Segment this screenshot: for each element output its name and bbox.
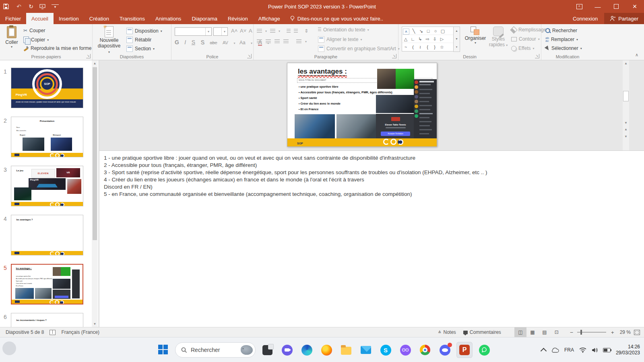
character-spacing-button[interactable]: AV xyxy=(223,40,228,45)
elbow-shape-icon[interactable]: ∟ xyxy=(409,35,417,43)
collapse-ribbon-button[interactable]: ∧ xyxy=(635,52,638,58)
copy-button[interactable]: Copier ▾ xyxy=(23,37,49,43)
paragraph-dialog-launcher[interactable]: ↘ xyxy=(392,54,396,58)
shape-outline-button[interactable]: Contour ▾ xyxy=(511,36,540,42)
language-status[interactable]: Français (France) xyxy=(61,329,99,335)
next-slide-button[interactable]: ▼ xyxy=(623,135,629,142)
select-button[interactable]: Sélectionner ▾ xyxy=(545,45,582,51)
zoom-out-button[interactable]: − xyxy=(568,329,575,335)
skype-icon[interactable]: S xyxy=(378,342,394,358)
text-direction-button[interactable]: Orientation du texte ▾ xyxy=(318,27,369,33)
previous-slide-button[interactable]: ▲ xyxy=(623,128,629,134)
restore-button[interactable] xyxy=(607,0,625,13)
align-left-icon[interactable] xyxy=(257,39,262,44)
font-name-combo[interactable]: ▾ xyxy=(175,27,212,36)
clipboard-dialog-launcher[interactable]: ↘ xyxy=(86,54,91,58)
text-shadow-button[interactable]: S xyxy=(200,39,204,45)
thumbnail-slide-3[interactable]: 3 Le jeu ELEVEN VR PingVR xyxy=(0,166,92,208)
shape-effects-button[interactable]: Effets ▾ xyxy=(511,45,534,51)
tab-transitions[interactable]: Transitions xyxy=(114,13,150,24)
cut-button[interactable]: ✂ Couper xyxy=(23,28,45,33)
thumb-scroll-down[interactable]: ▼ xyxy=(92,321,98,327)
tab-animations[interactable]: Animations xyxy=(150,13,186,24)
shapes-more-button[interactable]: ▾ xyxy=(454,43,460,51)
start-slideshow-icon[interactable] xyxy=(39,4,47,9)
numbering-icon[interactable] xyxy=(270,29,275,33)
thumbnail-slide-1[interactable]: 1 SOP PingVR JOUEZ OÙ VOUS VOULEZ, QUAND… xyxy=(0,68,92,109)
slideshow-view-button[interactable]: ⊡ xyxy=(551,327,563,337)
align-text-button[interactable]: Aligner le texte ▾ xyxy=(318,36,362,43)
justify-icon[interactable] xyxy=(283,39,289,44)
change-case-button[interactable]: Aa xyxy=(239,40,246,45)
slide-bullet[interactable]: une pratique sportive libre xyxy=(299,85,339,88)
scroll-up-button[interactable]: ▲ xyxy=(623,60,629,67)
gym-vr-photo[interactable] xyxy=(295,114,335,139)
start-button[interactable] xyxy=(155,342,171,358)
oval-shape-icon[interactable]: ○ xyxy=(432,27,439,35)
tab-insertion[interactable]: Insertion xyxy=(54,13,84,24)
file-explorer-icon[interactable] xyxy=(338,342,354,358)
widgets-button[interactable] xyxy=(2,341,16,355)
down-arrow-shape-icon[interactable]: ⇩ xyxy=(431,35,438,43)
right-arrow-shape-icon[interactable]: ⇨ xyxy=(424,35,431,43)
wheelchair-photo[interactable] xyxy=(336,114,376,139)
volume-icon[interactable] xyxy=(592,348,598,353)
wifi-icon[interactable] xyxy=(579,348,586,353)
slide-bullet[interactable]: Accessible pour tous (français, étranger… xyxy=(299,90,392,94)
section-button[interactable]: Section ▾ xyxy=(126,45,155,52)
align-center-icon[interactable] xyxy=(266,39,271,44)
rounded-rectangle-shape-icon[interactable]: ▢ xyxy=(439,27,446,35)
customize-qat-icon[interactable]: ▾ xyxy=(52,4,59,9)
slide-sorter-view-button[interactable]: ▦ xyxy=(526,327,539,337)
callout-shape-icon[interactable]: ▷ xyxy=(438,35,446,43)
whatsapp-icon[interactable] xyxy=(476,342,492,358)
smartart-button[interactable]: Convertir en graphique SmartArt ▾ xyxy=(318,45,400,52)
underline-button[interactable]: S xyxy=(192,39,195,45)
chrome-icon[interactable] xyxy=(417,342,433,358)
thumbnail-slide-4[interactable]: 4 les avantages ? xyxy=(0,215,92,257)
search-box[interactable]: Rechercher xyxy=(175,342,256,358)
mail-icon[interactable] xyxy=(358,342,374,358)
zoom-percentage[interactable]: 29 % xyxy=(617,329,634,335)
quick-styles-button[interactable]: Styles rapides ▾ xyxy=(488,27,509,48)
textbox-shape-icon[interactable]: A xyxy=(403,29,409,35)
sign-in-button[interactable]: Connexion xyxy=(566,13,604,24)
slide-bullet[interactable]: Créer du lien avec le monde xyxy=(299,102,341,105)
redo-icon[interactable]: ↻ xyxy=(27,3,35,10)
thumb-scroll-up[interactable]: ▲ xyxy=(92,60,98,66)
notes-toggle-button[interactable]: ≜ Notes xyxy=(434,327,460,337)
right-brace-shape-icon[interactable]: } xyxy=(431,43,438,51)
elbow-arrow-shape-icon[interactable]: ↳ xyxy=(417,35,424,43)
shapes-scroll-down[interactable]: ▼ xyxy=(454,35,460,43)
tab-revision[interactable]: Révision xyxy=(223,13,253,24)
clear-formatting-button[interactable]: A xyxy=(249,28,252,34)
arc-shape-icon[interactable]: ( xyxy=(409,43,417,51)
proofing-status[interactable] xyxy=(50,330,56,335)
line-spacing-icon[interactable]: ⇕ xyxy=(304,28,308,34)
notes-pane[interactable]: 1 - une pratique sportive libre : jouer … xyxy=(99,150,644,327)
tab-creation[interactable]: Création xyxy=(84,13,114,24)
bold-button[interactable]: G xyxy=(175,39,179,45)
two-men-photo[interactable] xyxy=(376,95,415,113)
undo-icon[interactable]: ↶ xyxy=(15,3,23,10)
normal-view-button[interactable]: ◫ xyxy=(514,327,526,337)
shrink-font-button[interactable]: A˅ xyxy=(240,28,246,34)
star-shape-icon[interactable]: ☆ xyxy=(438,43,446,51)
discord-icon[interactable] xyxy=(437,342,453,358)
left-brace-shape-icon[interactable]: { xyxy=(424,43,431,51)
font-size-combo[interactable]: ▾ xyxy=(213,27,228,36)
tell-me-box[interactable]: Dites-nous ce que vous voulez faire.. xyxy=(285,13,388,24)
language-indicator[interactable]: FRA xyxy=(564,347,574,353)
replace-button[interactable]: abac Remplacer ▾ xyxy=(545,37,578,42)
tab-accueil[interactable]: Accueil xyxy=(26,13,54,24)
tab-fichier[interactable]: Fichier xyxy=(0,13,26,24)
clock[interactable]: 14:26 29/03/2023 xyxy=(616,344,640,356)
bullets-icon[interactable] xyxy=(257,29,262,33)
scroll-down-button[interactable]: ▼ xyxy=(623,120,629,126)
minimize-button[interactable]: — xyxy=(588,0,607,13)
freeform-shape-icon[interactable]: ~ xyxy=(402,43,409,51)
slide-vertical-scrollbar[interactable]: ▲ ▼ ▲ ▼ xyxy=(623,60,629,150)
discord-sidebar-screenshot[interactable] xyxy=(414,79,437,139)
tab-affichage[interactable]: Affichage xyxy=(253,13,285,24)
current-slide[interactable]: les avantages : SOUS-TITRE DU DOCUMENT u… xyxy=(287,63,437,147)
